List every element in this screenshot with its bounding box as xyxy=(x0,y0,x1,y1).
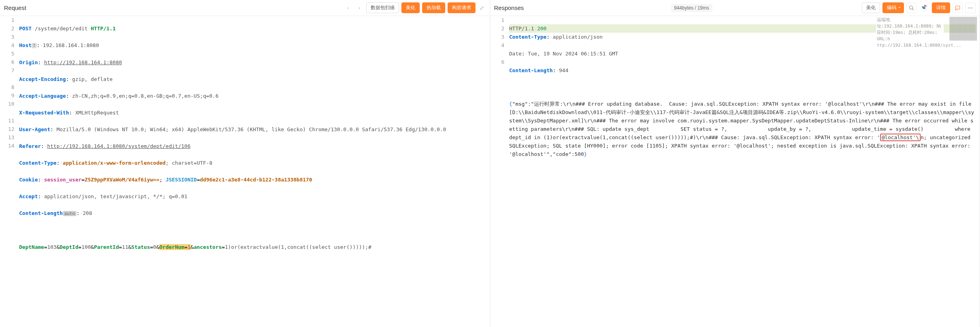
request-toolbar: Request ‹ › 数据包扫描 美化 热加载 构造请求 ⤢ xyxy=(0,0,490,16)
hdr-acclang: Accept-Language xyxy=(19,93,66,99)
search-highlight: OrderNum=1 xyxy=(159,244,190,250)
prev-icon[interactable]: ‹ xyxy=(344,4,353,12)
hdr-ctype: Content-Type xyxy=(19,160,57,166)
hdr-referer: Referer xyxy=(19,143,41,149)
response-panel: Responses 944bytes / 19ms 美化 编码 详情 ⋯ 远端地… xyxy=(490,0,980,327)
response-stat: 944bytes / 19ms xyxy=(671,4,712,12)
req-proto: HTTP/1.1 xyxy=(91,26,116,32)
qr-thumbnail[interactable] xyxy=(949,17,977,41)
more-icon[interactable]: ⋯ xyxy=(965,3,976,13)
hdr-host: Host xyxy=(19,42,31,48)
hdr-accept: Accept xyxy=(19,193,38,199)
request-body[interactable]: DeptName=103&DeptId=100&ParentId=11&Stat… xyxy=(19,243,486,251)
svg-point-0 xyxy=(910,6,913,9)
response-code[interactable]: HTTP/1.1·200 Content-Type:·application/j… xyxy=(509,16,980,327)
host-value: 192.168.164.1:8080 xyxy=(43,42,99,48)
request-code[interactable]: POST·/system/dept/edit·HTTP/1.1 Host?:·1… xyxy=(19,16,490,327)
comment-icon[interactable] xyxy=(953,3,963,13)
scan-button[interactable]: 数据包扫描 xyxy=(366,2,399,13)
hdr-accenc: Accept-Encoding xyxy=(19,76,66,82)
request-panel: Request ‹ › 数据包扫描 美化 热加载 构造请求 ⤢ 12345678… xyxy=(0,0,490,327)
next-icon[interactable]: › xyxy=(355,4,364,12)
encode-button[interactable]: 编码 xyxy=(882,2,904,13)
resp-date-hdr: Date xyxy=(509,51,522,57)
resp-beautify-button[interactable]: 美化 xyxy=(862,2,880,13)
hdr-ua: User-Agent xyxy=(19,126,50,132)
response-meta: 远端地址:192.168.164.1:8080; 响 应时间:19ms; 总耗时… xyxy=(876,16,944,49)
build-request-button[interactable]: 构造请求 xyxy=(448,2,475,13)
resp-ctype: Content-Type xyxy=(509,34,547,40)
hdr-cookie: Cookie xyxy=(19,177,38,183)
svg-line-1 xyxy=(912,8,914,10)
chrome-icon[interactable] xyxy=(919,3,929,13)
error-highlight: @localhost'\ xyxy=(880,134,921,141)
detail-button[interactable]: 详情 xyxy=(932,2,950,13)
request-editor[interactable]: 1234567891011121314 POST·/system/dept/ed… xyxy=(0,16,490,327)
expand-icon[interactable]: ⤢ xyxy=(478,4,486,12)
http-method: POST xyxy=(19,26,31,32)
req-path: /system/dept/edit xyxy=(35,26,88,32)
origin-value: http://192.168.164.1:8080 xyxy=(44,59,122,65)
response-title: Responses xyxy=(494,4,524,11)
request-gutter: 1234567891011121314 xyxy=(0,16,19,327)
hdr-xrw: X-Requested-With xyxy=(19,110,69,116)
search-icon[interactable] xyxy=(906,3,917,13)
clen-auto-badge: auto xyxy=(63,211,77,216)
host-badge[interactable]: ? xyxy=(31,43,37,48)
hdr-clen: Content-Length xyxy=(19,210,63,216)
response-body[interactable]: {"msg":"运行时异常:\r\n### Error updating dat… xyxy=(509,100,976,158)
response-toolbar: Responses 944bytes / 19ms 美化 编码 详情 ⋯ xyxy=(490,0,980,16)
request-title: Request xyxy=(4,4,26,11)
hdr-origin: Origin xyxy=(19,59,38,65)
response-gutter: 12346 xyxy=(490,16,509,327)
beautify-button[interactable]: 美化 xyxy=(401,2,420,13)
hotload-button[interactable]: 热加载 xyxy=(422,2,445,13)
response-editor[interactable]: 远端地址:192.168.164.1:8080; 响 应时间:19ms; 总耗时… xyxy=(490,16,980,327)
resp-clen: Content-Length xyxy=(509,67,553,73)
